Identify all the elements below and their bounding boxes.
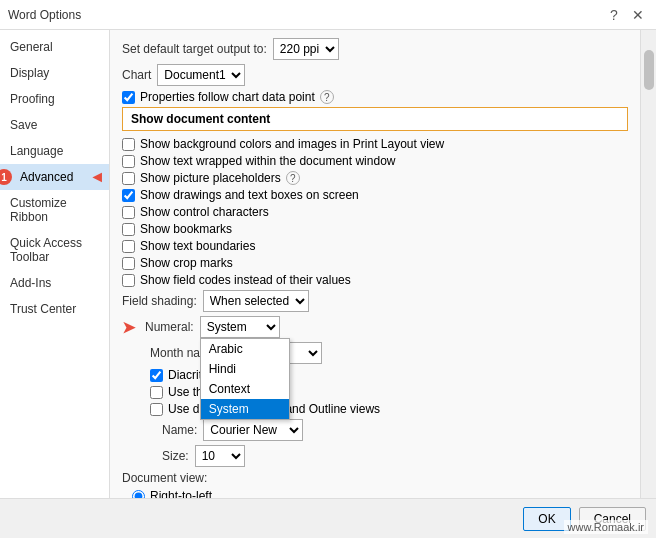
numeral-label: Numeral: — [145, 320, 194, 334]
title-controls: ? ✕ — [604, 5, 648, 25]
sidebar-item-general[interactable]: General — [0, 34, 109, 60]
arrow-right-icon: ◄ — [89, 168, 105, 186]
field-shading-label: Field shading: — [122, 294, 197, 308]
dialog-body: General Display Proofing Save Language 1… — [0, 30, 656, 498]
cb-cropmarks-label: Show crop marks — [140, 256, 233, 270]
cb-diacritics[interactable] — [150, 369, 163, 382]
sidebar-item-advanced[interactable]: 1 Advanced ◄ — [0, 164, 109, 190]
sidebar-item-proofing[interactable]: Proofing — [0, 86, 109, 112]
default-target-label: Set default target output to: — [122, 42, 267, 56]
title-bar: Word Options ? ✕ — [0, 0, 656, 30]
sidebar-item-quick-access[interactable]: Quick Access Toolbar — [0, 230, 109, 270]
numeral-row: ➤ Numeral: System Arabic Hindi Context S… — [122, 316, 628, 338]
size-label: Size: — [162, 449, 189, 463]
document-view-row: Document view: — [122, 471, 628, 485]
radio-rtl-label: Right-to-left — [150, 489, 212, 498]
cb-row-6: Show text boundaries — [122, 239, 628, 253]
default-target-select[interactable]: 220 ppi — [273, 38, 339, 60]
cb-fieldcodes[interactable] — [122, 274, 135, 287]
sidebar-item-save[interactable]: Save — [0, 112, 109, 138]
scroll-thumb — [644, 50, 654, 90]
cb-row-2: Show picture placeholders ? — [122, 171, 628, 185]
badge-1: 1 — [0, 169, 12, 185]
sidebar: General Display Proofing Save Language 1… — [0, 30, 110, 498]
chart-label: Chart — [122, 68, 151, 82]
cb-row-8: Show field codes instead of their values — [122, 273, 628, 287]
field-shading-select[interactable]: When selected — [203, 290, 309, 312]
numeral-option-context[interactable]: Context — [201, 379, 289, 399]
properties-checkbox-row: Properties follow chart data point ? — [122, 90, 628, 104]
cb-row-5: Show bookmarks — [122, 222, 628, 236]
numeral-wrapper: System Arabic Hindi Context System — [200, 316, 280, 338]
cb-fieldcodes-label: Show field codes instead of their values — [140, 273, 351, 287]
numeral-dropdown-menu: Arabic Hindi Context System — [200, 338, 290, 420]
cb-background[interactable] — [122, 138, 135, 151]
field-shading-row: Field shading: When selected — [122, 290, 628, 312]
cb-row-1: Show text wrapped within the document wi… — [122, 154, 628, 168]
footer-bar: OK Cancel — [0, 498, 656, 538]
cb-cropmarks[interactable] — [122, 257, 135, 270]
cb-placeholder[interactable] — [122, 172, 135, 185]
name-label: Name: — [162, 423, 197, 437]
cb-background-label: Show background colors and images in Pri… — [140, 137, 444, 151]
properties-checkbox[interactable] — [122, 91, 135, 104]
hint-icon-properties: ? — [320, 90, 334, 104]
radio-rtl[interactable] — [132, 490, 145, 499]
scrollbar[interactable] — [640, 30, 656, 498]
cb-row-4: Show control characters — [122, 205, 628, 219]
sidebar-item-trust-center[interactable]: Trust Center — [0, 296, 109, 322]
numeral-option-hindi[interactable]: Hindi — [201, 359, 289, 379]
cb-control[interactable] — [122, 206, 135, 219]
watermark: www.Romaak.ir — [564, 520, 648, 534]
properties-label: Properties follow chart data point — [140, 90, 315, 104]
numeral-select[interactable]: System — [200, 316, 280, 338]
section-header: Show document content — [122, 107, 628, 131]
cb-textwrap[interactable] — [122, 155, 135, 168]
size-row: Size: 10 — [162, 445, 628, 467]
numeral-option-arabic[interactable]: Arabic — [201, 339, 289, 359]
cb-textboundaries[interactable] — [122, 240, 135, 253]
sidebar-item-addins[interactable]: Add-Ins — [0, 270, 109, 296]
cb-drawings-label: Show drawings and text boxes on screen — [140, 188, 359, 202]
sidebar-item-language[interactable]: Language — [0, 138, 109, 164]
size-select[interactable]: 10 — [195, 445, 245, 467]
default-target-row: Set default target output to: 220 ppi — [122, 38, 628, 60]
numeral-option-system[interactable]: System — [201, 399, 289, 419]
cb-row-7: Show crop marks — [122, 256, 628, 270]
document-view-label: Document view: — [122, 471, 207, 485]
help-button[interactable]: ? — [604, 5, 624, 25]
close-button[interactable]: ✕ — [628, 5, 648, 25]
name-select[interactable]: Courier New — [203, 419, 303, 441]
cb-draftfont[interactable] — [150, 403, 163, 416]
cb-usethis[interactable] — [150, 386, 163, 399]
sidebar-item-customize-ribbon[interactable]: Customize Ribbon — [0, 190, 109, 230]
cb-bookmarks-label: Show bookmarks — [140, 222, 232, 236]
chart-row: Chart Document1 — [122, 64, 628, 86]
radio-rtl-row: Right-to-left — [132, 489, 628, 498]
cb-drawings[interactable] — [122, 189, 135, 202]
cb-bookmarks[interactable] — [122, 223, 135, 236]
main-content: Set default target output to: 220 ppi Ch… — [110, 30, 640, 498]
chart-select[interactable]: Document1 — [157, 64, 245, 86]
sidebar-item-display[interactable]: Display — [0, 60, 109, 86]
cb-placeholder-label: Show picture placeholders — [140, 171, 281, 185]
cb-textboundaries-label: Show text boundaries — [140, 239, 255, 253]
dialog-title: Word Options — [8, 8, 81, 22]
cb-control-label: Show control characters — [140, 205, 269, 219]
cb-row-0: Show background colors and images in Pri… — [122, 137, 628, 151]
hint-icon-placeholder: ? — [286, 171, 300, 185]
cb-textwrap-label: Show text wrapped within the document wi… — [140, 154, 395, 168]
cb-row-3: Show drawings and text boxes on screen — [122, 188, 628, 202]
badge-2-arrow: ➤ — [122, 318, 135, 337]
name-row: Name: Courier New — [162, 419, 628, 441]
